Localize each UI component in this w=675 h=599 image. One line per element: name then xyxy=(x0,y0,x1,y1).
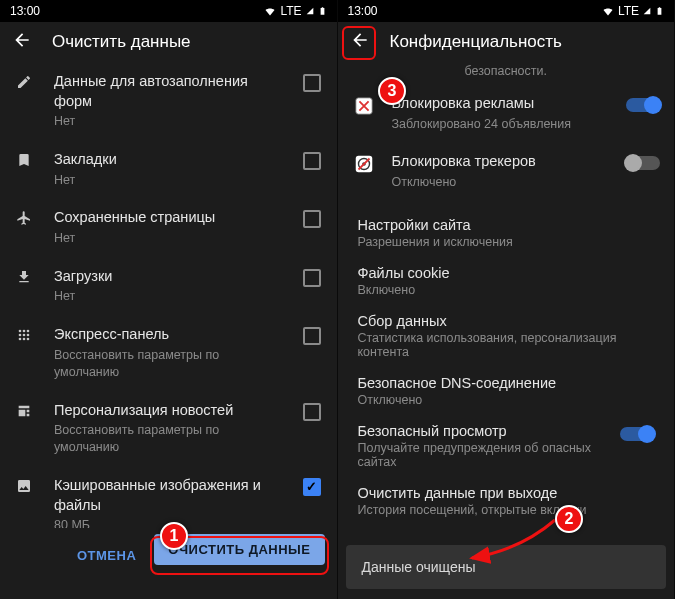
setting-row[interactable]: Безопасное DNS-соединениеОтключено xyxy=(338,367,675,415)
item-title: Безопасное DNS-соединение xyxy=(358,375,655,391)
item-title: Блокировка рекламы xyxy=(392,94,611,114)
item-sub: Статистика использования, персонализация… xyxy=(358,331,655,359)
svg-point-8 xyxy=(27,338,30,341)
screen-clear-data: 13:00 LTE Очистить данные Данные для авт… xyxy=(0,0,338,599)
item-title: Закладки xyxy=(54,150,283,170)
topbar: Конфиденциальность xyxy=(338,22,675,62)
svg-point-6 xyxy=(19,338,22,341)
status-time: 13:00 xyxy=(348,4,378,18)
list-item[interactable]: Кэшированные изображения и файлы80 МБ ✓ xyxy=(0,466,337,528)
item-sub: Отключено xyxy=(392,174,611,191)
dialog-actions: ОТМЕНА ОЧИСТИТЬ ДАННЫЕ xyxy=(0,528,337,599)
wifi-icon xyxy=(264,5,276,17)
item-sub: Нет xyxy=(54,230,283,247)
item-sub: Включено xyxy=(358,283,655,297)
privacy-list[interactable]: безопасности. Блокировка рекламыЗаблокир… xyxy=(338,62,675,599)
status-time: 13:00 xyxy=(10,4,40,18)
plane-icon xyxy=(14,210,34,226)
battery-icon xyxy=(655,5,664,17)
item-title: Настройки сайта xyxy=(358,217,655,233)
back-arrow-icon[interactable] xyxy=(350,30,370,55)
setting-row[interactable]: Файлы cookieВключено xyxy=(338,257,675,305)
item-sub: История посещений, открытые вкладки xyxy=(358,503,655,517)
clear-data-list[interactable]: Данные для автозаполнения формНет Заклад… xyxy=(0,62,337,528)
checkbox[interactable] xyxy=(303,403,323,423)
svg-point-1 xyxy=(23,330,26,333)
toggle-switch[interactable] xyxy=(620,427,654,441)
item-title: Очистить данные при выходе xyxy=(358,485,655,501)
checkbox[interactable] xyxy=(303,269,323,289)
checkbox[interactable] xyxy=(303,152,323,172)
item-sub: Разрешения и исключения xyxy=(358,235,655,249)
trackblock-icon xyxy=(352,152,376,176)
item-title: Данные для автозаполнения форм xyxy=(54,72,283,111)
truncated-sub: безопасности. xyxy=(338,62,675,84)
list-item[interactable]: Персонализация новостейВосстановить пара… xyxy=(0,391,337,466)
battery-icon xyxy=(318,5,327,17)
adblock-icon xyxy=(352,94,376,118)
item-title: Сохраненные страницы xyxy=(54,208,283,228)
status-network: LTE xyxy=(618,4,639,18)
item-sub: Получайте предупреждения об опасных сайт… xyxy=(358,441,611,469)
svg-point-0 xyxy=(19,330,22,333)
topbar: Очистить данные xyxy=(0,22,337,62)
setting-row[interactable]: Настройки сайтаРазрешения и исключения xyxy=(338,209,675,257)
news-icon xyxy=(14,403,34,419)
item-title: Экспресс-панель xyxy=(54,325,283,345)
grid-icon xyxy=(14,327,34,343)
bookmark-icon xyxy=(14,152,34,168)
svg-point-2 xyxy=(27,330,30,333)
item-sub: 80 МБ xyxy=(54,517,283,528)
item-title: Кэшированные изображения и файлы xyxy=(54,476,283,515)
wifi-icon xyxy=(602,5,614,17)
setting-row-clear-on-exit[interactable]: Очистить данные при выходеИстория посеще… xyxy=(338,477,675,525)
status-bar: 13:00 LTE xyxy=(0,0,337,22)
item-sub: Восстановить параметры по умолчанию xyxy=(54,422,283,456)
svg-point-5 xyxy=(27,334,30,337)
status-icons: LTE xyxy=(602,4,664,18)
item-title: Персонализация новостей xyxy=(54,401,283,421)
setting-row-secure-browse[interactable]: Безопасный просмотрПолучайте предупрежде… xyxy=(338,415,675,477)
toggle-switch[interactable] xyxy=(626,156,660,170)
svg-point-3 xyxy=(19,334,22,337)
status-icons: LTE xyxy=(264,4,326,18)
status-bar: 13:00 LTE xyxy=(338,0,675,22)
checkbox[interactable] xyxy=(303,74,323,94)
item-title: Файлы cookie xyxy=(358,265,655,281)
setting-row-trackers[interactable]: Блокировка трекеровОтключено xyxy=(338,142,675,200)
item-title: Безопасный просмотр xyxy=(358,423,611,439)
back-arrow-icon[interactable] xyxy=(12,30,32,55)
item-title: Блокировка трекеров xyxy=(392,152,611,172)
page-title: Конфиденциальность xyxy=(390,32,562,52)
item-sub: Нет xyxy=(54,172,283,189)
svg-point-4 xyxy=(23,334,26,337)
item-sub: Нет xyxy=(54,288,283,305)
item-title: Сбор данных xyxy=(358,313,655,329)
checkbox[interactable]: ✓ xyxy=(303,478,323,498)
checkbox[interactable] xyxy=(303,327,323,347)
setting-row[interactable]: Сбор данныхСтатистика использования, пер… xyxy=(338,305,675,367)
cancel-button[interactable]: ОТМЕНА xyxy=(65,540,148,571)
item-sub: Нет xyxy=(54,113,283,130)
list-item[interactable]: Экспресс-панельВосстановить параметры по… xyxy=(0,315,337,390)
list-item[interactable]: ЗагрузкиНет xyxy=(0,257,337,315)
signal-icon xyxy=(306,5,314,17)
clear-data-button[interactable]: ОЧИСТИТЬ ДАННЫЕ xyxy=(154,534,324,565)
toggle-switch[interactable] xyxy=(626,98,660,112)
item-sub: Восстановить параметры по умолчанию xyxy=(54,347,283,381)
toast-message: Данные очищены xyxy=(346,545,667,589)
item-sub: Отключено xyxy=(358,393,655,407)
list-item[interactable]: Сохраненные страницыНет xyxy=(0,198,337,256)
screen-privacy: 13:00 LTE Конфиденциальность безопасност… xyxy=(338,0,676,599)
svg-point-7 xyxy=(23,338,26,341)
download-icon xyxy=(14,269,34,285)
page-title: Очистить данные xyxy=(52,32,191,52)
list-item[interactable]: Данные для автозаполнения формНет xyxy=(0,62,337,140)
list-item[interactable]: ЗакладкиНет xyxy=(0,140,337,198)
item-title: Загрузки xyxy=(54,267,283,287)
status-network: LTE xyxy=(280,4,301,18)
checkbox[interactable] xyxy=(303,210,323,230)
signal-icon xyxy=(643,5,651,17)
setting-row-adblock[interactable]: Блокировка рекламыЗаблокировано 24 объяв… xyxy=(338,84,675,142)
image-icon xyxy=(14,478,34,494)
